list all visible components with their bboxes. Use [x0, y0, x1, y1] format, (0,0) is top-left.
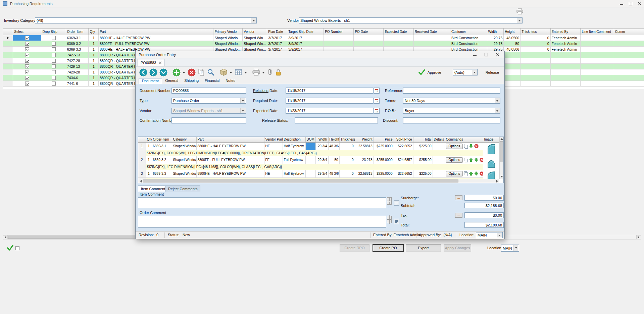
grid-cell[interactable]: 1: [89, 75, 99, 81]
column-header[interactable]: Expected Date: [384, 29, 413, 35]
lookup-dropdown-icon[interactable]: [245, 72, 247, 74]
column-header[interactable]: Vendor: [243, 29, 267, 35]
grid-cell[interactable]: [581, 75, 614, 81]
grid-cell[interactable]: $255.0000: [374, 156, 394, 164]
drop-ship-checkbox[interactable]: [52, 64, 56, 68]
column-header[interactable]: Vendor Part: [264, 137, 283, 142]
grid-cell[interactable]: [581, 35, 614, 41]
grid-cell[interactable]: 1: [89, 58, 99, 63]
tab-financial[interactable]: Financial: [202, 78, 222, 84]
grid-cell[interactable]: [413, 35, 450, 41]
column-header[interactable]: Part: [99, 29, 213, 35]
required-date-input[interactable]: 11/15/2017: [286, 98, 374, 104]
drop-ship-cell[interactable]: [41, 75, 66, 81]
grid-cell[interactable]: 1: [146, 156, 152, 164]
row-header[interactable]: [3, 41, 13, 46]
grid-cell[interactable]: 0: [521, 46, 550, 52]
grid-cell[interactable]: $225.00: [413, 142, 433, 150]
grid-cell[interactable]: [550, 69, 581, 75]
package-icon[interactable]: [219, 68, 228, 76]
grid-cell[interactable]: 7427-28: [66, 58, 89, 63]
grid-cell[interactable]: [581, 41, 614, 46]
grid-cell[interactable]: 6369-3.2: [66, 41, 89, 46]
corner-header[interactable]: [3, 29, 13, 35]
row-header[interactable]: [3, 52, 13, 58]
grid-cell[interactable]: 3/7/2017: [267, 41, 287, 46]
column-header[interactable]: Weight: [355, 137, 374, 142]
attachment-icon[interactable]: [267, 68, 274, 76]
drop-ship-checkbox[interactable]: [52, 36, 56, 40]
copy-line-icon[interactable]: [464, 144, 468, 149]
terms-select[interactable]: Net 30 Days: [403, 98, 500, 104]
document-number-input[interactable]: PO00583: [171, 88, 246, 94]
green-check-icon[interactable]: [7, 245, 13, 252]
select-checkbox[interactable]: [25, 36, 29, 40]
grid-cell[interactable]: Shaped Windo...: [213, 41, 243, 46]
relations-link[interactable]: Relations: [253, 89, 268, 93]
grid-cell[interactable]: 6369-3.3: [152, 170, 172, 177]
confirmation-number-input[interactable]: [171, 117, 246, 123]
uom-cell[interactable]: [305, 156, 315, 164]
row-header[interactable]: [3, 81, 13, 86]
grid-cell[interactable]: $225.0000: [374, 142, 394, 150]
grid-cell[interactable]: Shaped Windows: [172, 170, 196, 177]
grid-cell[interactable]: Fenetech Admin: [550, 46, 581, 52]
grid-cell[interactable]: 0: [521, 41, 550, 46]
grid-cell[interactable]: 22.58813: [355, 142, 374, 150]
grid-cell[interactable]: [581, 69, 614, 75]
grid-cell[interactable]: 7429-28: [66, 69, 89, 75]
grid-cell[interactable]: Half Eyebrow: [283, 170, 305, 177]
grid-cell[interactable]: 29.75: [487, 35, 504, 41]
scroll-up-icon[interactable]: [500, 137, 503, 141]
dialog-minimize-icon[interactable]: [472, 52, 478, 58]
grid-cell[interactable]: [521, 69, 550, 75]
select-checkbox[interactable]: [25, 42, 29, 46]
grid-cell[interactable]: 3/9/2017: [287, 35, 324, 41]
column-header[interactable]: Entered By: [550, 29, 581, 35]
grid-cell[interactable]: 48.0506: [504, 46, 521, 52]
grid-cell[interactable]: [550, 63, 581, 69]
horizontal-scrollbar[interactable]: [138, 179, 499, 183]
go-down-icon[interactable]: [159, 68, 168, 77]
delete-line-icon[interactable]: [474, 144, 479, 148]
details-cell[interactable]: [433, 156, 445, 164]
copy-line-icon[interactable]: [464, 158, 468, 162]
options-button[interactable]: Options: [446, 157, 463, 163]
line-item-image[interactable]: [483, 156, 499, 170]
drop-ship-cell[interactable]: [41, 52, 66, 58]
footer-location-select[interactable]: MAIN: [501, 245, 519, 252]
grid-cell[interactable]: 6369-3.3: [66, 46, 89, 52]
grid-cell[interactable]: 7434-6: [66, 75, 89, 81]
row-header[interactable]: [3, 63, 13, 69]
approve-button[interactable]: Approve: [428, 70, 441, 74]
grid-cell[interactable]: 29.75: [487, 41, 504, 46]
drop-ship-cell[interactable]: [41, 69, 66, 75]
calendar-icon[interactable]: 15: [374, 88, 380, 94]
select-checkbox[interactable]: [25, 82, 29, 86]
grid-cell[interactable]: 8800HE - HALF EYEBROW PW: [99, 35, 213, 41]
drop-ship-cell[interactable]: [41, 58, 66, 63]
select-cell[interactable]: [13, 69, 41, 75]
grid-cell[interactable]: [521, 81, 550, 86]
row-header[interactable]: [138, 164, 146, 170]
grid-cell[interactable]: 1: [89, 69, 99, 75]
grid-cell[interactable]: 3/9/2017: [287, 41, 324, 46]
grid-cell[interactable]: 48.0506: [504, 35, 521, 41]
comment-lookup-icon[interactable]: [394, 219, 399, 224]
forward-icon[interactable]: [149, 68, 158, 77]
grid-cell[interactable]: [614, 52, 644, 58]
item-comment-input[interactable]: [138, 197, 386, 208]
column-header[interactable]: Total: [413, 137, 433, 142]
line-item-image[interactable]: [483, 170, 499, 179]
move-down-icon[interactable]: [474, 171, 479, 176]
grid-cell[interactable]: [504, 75, 521, 81]
row-header[interactable]: [3, 58, 13, 63]
grid-cell[interactable]: [581, 58, 614, 63]
row-header[interactable]: [3, 75, 13, 81]
move-up-icon[interactable]: [469, 171, 473, 176]
select-cell[interactable]: [13, 81, 41, 86]
printer-icon[interactable]: [252, 68, 260, 76]
expected-date-input[interactable]: 11/23/2017: [286, 108, 374, 114]
grid-cell[interactable]: [614, 41, 644, 46]
grid-cell[interactable]: 23.273: [355, 156, 374, 164]
